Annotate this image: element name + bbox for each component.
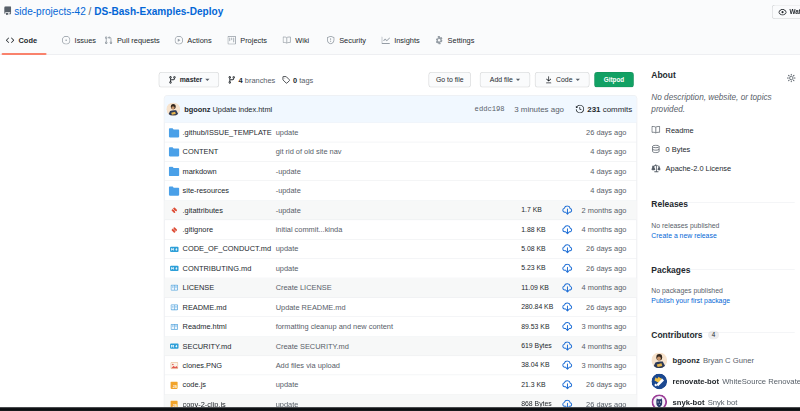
svg-text:JS: JS bbox=[173, 385, 178, 389]
